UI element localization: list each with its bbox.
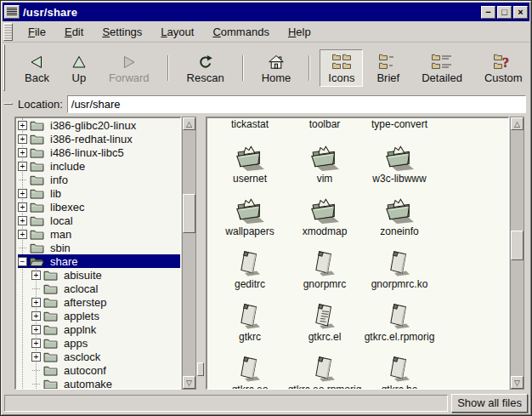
expander-plus-icon[interactable]	[31, 325, 41, 334]
tree-pane: i386-glibc20-linux i386-redhat-linux i48…	[14, 117, 196, 390]
folder-icon	[43, 365, 58, 376]
location-input[interactable]	[67, 95, 526, 113]
titlebar[interactable]: /usr/share − □ ×	[3, 3, 529, 21]
tree-item[interactable]: man	[16, 227, 180, 241]
custom-view-button[interactable]: Custom	[476, 49, 531, 87]
file-scrollbar[interactable]: △ ▽	[510, 117, 524, 390]
file-item[interactable]: usernet	[212, 132, 287, 185]
rescan-button[interactable]: Rescan	[178, 49, 233, 87]
tree-item[interactable]: lib	[16, 186, 180, 200]
menu-edit[interactable]: Edit	[56, 24, 92, 40]
tree-item[interactable]: aclocal	[16, 282, 180, 295]
detailed-view-button[interactable]: Detailed	[413, 49, 471, 87]
expander-plus-icon[interactable]	[18, 202, 27, 212]
file-scroll-track[interactable]	[511, 130, 524, 376]
scroll-down-icon[interactable]: ▽	[183, 376, 195, 389]
tree-scroll-thumb[interactable]	[183, 194, 195, 233]
expander-plus-icon[interactable]	[31, 352, 41, 362]
back-button[interactable]: Back	[16, 49, 58, 87]
file-item[interactable]: geditrc	[212, 237, 287, 290]
file-item[interactable]: gtkrc.el	[287, 290, 362, 343]
home-icon	[269, 53, 284, 70]
file-icon-view[interactable]: tickastat toolbar type-convert usernet v…	[206, 117, 509, 390]
menu-help[interactable]: Help	[280, 24, 320, 40]
expander-plus-icon[interactable]	[18, 121, 27, 130]
menu-file[interactable]: File	[20, 24, 54, 40]
file-item[interactable]: wallpapers	[212, 185, 287, 237]
expander-plus-icon[interactable]	[18, 216, 27, 225]
scroll-up-icon[interactable]: △	[511, 117, 524, 130]
minimize-button[interactable]: −	[481, 6, 495, 19]
file-item[interactable]: gtkrc.el.rpmorig	[362, 290, 437, 343]
tree-item[interactable]: libexec	[16, 200, 180, 214]
tree-item[interactable]: include	[16, 159, 180, 173]
expander-plus-icon[interactable]	[18, 230, 27, 239]
toolbar-grip[interactable]	[3, 44, 5, 91]
tree-scroll-track[interactable]	[183, 130, 195, 376]
tree-item[interactable]: apps	[16, 336, 180, 350]
show-all-files-button[interactable]: Show all files	[451, 394, 528, 413]
window-menu-button[interactable]	[4, 5, 20, 19]
expander-plus-icon[interactable]	[31, 339, 41, 348]
directory-tree[interactable]: i386-glibc20-linux i386-redhat-linux i48…	[14, 117, 181, 390]
forward-button[interactable]: Forward	[100, 49, 158, 87]
scroll-up-icon[interactable]: △	[183, 117, 195, 130]
tree-item[interactable]: applets	[16, 309, 180, 322]
tree-item[interactable]: automake	[16, 377, 180, 390]
file-item[interactable]: gtkrc	[212, 290, 287, 343]
menu-commands[interactable]: Commands	[204, 24, 277, 40]
detailed-view-icon	[431, 53, 453, 70]
tree-item[interactable]: asclock	[16, 350, 180, 363]
expander-plus-icon[interactable]	[18, 134, 27, 144]
file-item[interactable]: toolbar	[287, 118, 362, 132]
expander-plus-icon[interactable]	[18, 148, 27, 157]
folder-icon	[43, 283, 58, 294]
folder-icon	[30, 147, 44, 158]
file-item[interactable]: tickastat	[212, 118, 287, 132]
tree-item[interactable]: i386-redhat-linux	[16, 132, 180, 145]
pane-splitter[interactable]	[196, 117, 206, 390]
scroll-down-icon[interactable]: ▽	[511, 376, 524, 389]
tree-item[interactable]: info	[16, 173, 180, 186]
file-pane: tickastat toolbar type-convert usernet v…	[206, 117, 524, 390]
file-item[interactable]: gnorpmrc	[287, 237, 362, 290]
expander-plus-icon[interactable]	[18, 162, 27, 171]
icons-view-button[interactable]: Icons	[320, 49, 363, 87]
file-item[interactable]: zoneinfo	[362, 185, 437, 237]
expander-plus-icon[interactable]	[18, 189, 27, 198]
tree-scrollbar[interactable]: △ ▽	[182, 117, 196, 390]
file-item[interactable]: vim	[287, 132, 362, 185]
expander-plus-icon[interactable]	[31, 298, 41, 307]
tree-item[interactable]: autoconf	[16, 363, 180, 377]
menu-layout[interactable]: Layout	[152, 24, 202, 40]
expander-plus-icon[interactable]	[31, 271, 41, 280]
tree-item-selected[interactable]: share	[16, 254, 180, 268]
tree-item[interactable]: local	[16, 214, 180, 227]
file-item[interactable]: xmodmap	[287, 185, 362, 237]
brief-view-button[interactable]: Brief	[368, 49, 408, 87]
tree-item[interactable]: i486-linux-libc5	[16, 145, 180, 159]
file-item[interactable]: gtkrc.eo.rpmorig	[287, 343, 362, 390]
tree-item[interactable]: i386-glibc20-linux	[16, 118, 180, 132]
file-scroll-thumb[interactable]	[511, 231, 524, 260]
splitter-grip[interactable]	[197, 362, 204, 376]
expander-plus-icon[interactable]	[31, 311, 41, 321]
tree-item[interactable]: sbin	[16, 241, 180, 254]
menubar-grip[interactable]	[3, 23, 13, 41]
menu-settings[interactable]: Settings	[93, 24, 150, 40]
tree-item[interactable]: applnk	[16, 322, 180, 336]
file-item[interactable]: type-convert	[362, 118, 437, 132]
home-button[interactable]: Home	[253, 49, 300, 87]
file-item[interactable]: w3c-libwww	[362, 132, 437, 185]
tree-item[interactable]: abisuite	[16, 268, 180, 282]
location-grip[interactable]	[3, 103, 13, 105]
close-button[interactable]: ×	[513, 6, 528, 19]
expander-minus-icon[interactable]	[18, 257, 27, 266]
file-item[interactable]: gtkrc.eo	[212, 343, 287, 390]
folder-icon	[43, 351, 58, 362]
file-item[interactable]: gnorpmrc.ko	[362, 237, 437, 290]
tree-item[interactable]: afterstep	[16, 295, 180, 309]
file-item[interactable]: gtkrc.he	[362, 343, 437, 390]
up-button[interactable]: Up	[63, 49, 95, 87]
maximize-button[interactable]: □	[497, 6, 512, 19]
